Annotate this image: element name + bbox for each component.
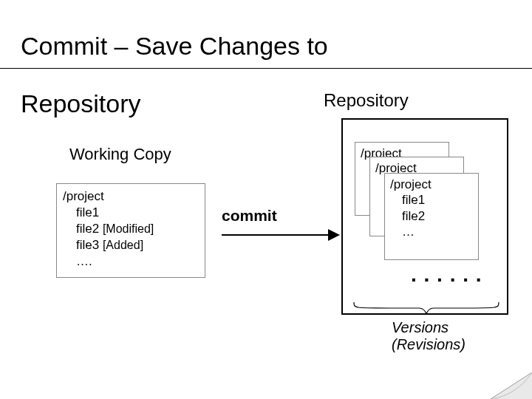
page-curl-icon <box>491 372 532 399</box>
wc-row: file3 [Added] <box>63 237 199 253</box>
repository-label: Repository <box>324 90 409 111</box>
wc-file: file3 <box>76 238 99 252</box>
versions-ellipsis: . . . . . . <box>411 263 482 287</box>
slide-title-line2: Repository <box>21 89 141 117</box>
brace-icon <box>353 301 499 315</box>
ver-file: … <box>390 224 473 239</box>
arrow-icon <box>222 234 328 236</box>
wc-file: file2 <box>76 222 99 236</box>
ver-file: file2 <box>390 208 473 224</box>
ver-dir: /project <box>390 177 473 192</box>
version-box: /project file1 file2 … <box>384 173 479 260</box>
wc-row: …. <box>63 253 199 270</box>
slide-title-line1: Commit – Save Changes to <box>21 32 328 60</box>
working-copy-box: /project file1 file2 [Modified] file3 [A… <box>56 183 205 278</box>
wc-file: …. <box>76 254 92 268</box>
wc-note: [Added] <box>103 239 143 251</box>
ver-file: file1 <box>390 192 473 208</box>
wc-row: file2 [Modified] <box>63 221 199 237</box>
title-underline <box>0 68 532 69</box>
slide-title: Commit – Save Changes to Repository <box>21 3 328 118</box>
wc-dir: /project <box>63 188 199 205</box>
versions-caption: Versions (Revisions) <box>392 319 466 353</box>
wc-file: file1 <box>76 205 99 219</box>
working-copy-label: Working Copy <box>69 145 171 164</box>
wc-note: [Modified] <box>103 222 154 235</box>
commit-label: commit <box>222 207 277 225</box>
wc-row: file1 <box>63 205 199 221</box>
arrow-head-icon <box>328 229 340 241</box>
